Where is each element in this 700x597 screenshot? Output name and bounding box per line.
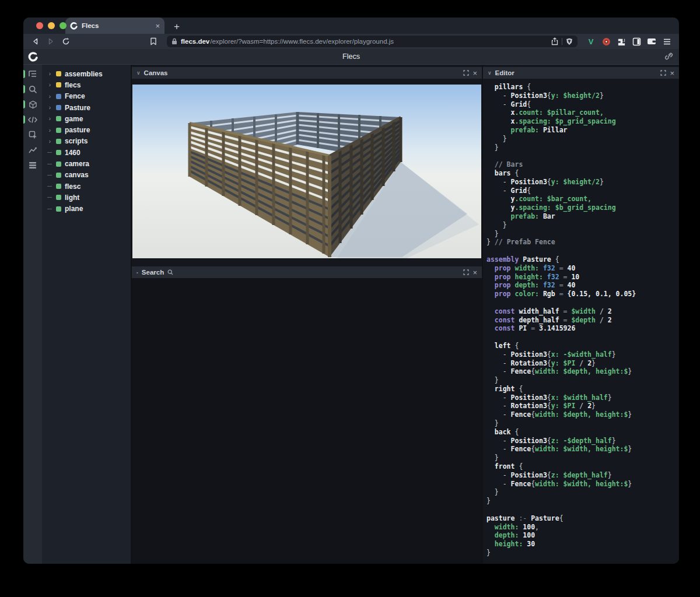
editor-panel-title: Editor: [495, 69, 514, 76]
code-line: }: [487, 454, 679, 462]
entity-label: Pasture: [65, 104, 90, 112]
tree-item-plane[interactable]: plane: [42, 203, 131, 215]
entity-label: assemblies: [65, 70, 103, 78]
code-line: - Position3{y: $height/2}: [487, 178, 679, 187]
forward-button[interactable]: [44, 36, 57, 47]
tree-item-pasture[interactable]: ›pasture: [42, 124, 131, 135]
expand-chevron-icon[interactable]: ›: [47, 82, 52, 88]
tree-item-assemblies[interactable]: ›assemblies: [42, 68, 131, 79]
share-link-icon[interactable]: [664, 52, 673, 61]
entity-color-swatch: [56, 161, 61, 167]
close-panel-icon[interactable]: ×: [473, 69, 477, 77]
entity-label: light: [65, 194, 79, 202]
code-line: } // Prefab Fence: [487, 238, 679, 247]
entity-label: game: [65, 115, 83, 123]
tree-item-camera[interactable]: camera: [42, 158, 131, 169]
reload-button[interactable]: [60, 36, 72, 47]
editor-code[interactable]: pillars { - Position3{y: $height/2} - Gr…: [483, 79, 679, 564]
extension-red-icon[interactable]: [600, 36, 612, 47]
menu-icon[interactable]: [660, 36, 673, 47]
expand-chevron-icon[interactable]: ›: [47, 93, 52, 100]
search-panel-body[interactable]: [132, 278, 482, 564]
zoom-window-button[interactable]: [60, 22, 66, 29]
extensions-puzzle-icon[interactable]: [615, 36, 628, 47]
active-indicator: [23, 85, 25, 93]
new-tab-button[interactable]: +: [174, 22, 180, 31]
tree-item-game[interactable]: ›game: [42, 113, 131, 124]
entity-color-swatch: [56, 150, 61, 155]
entity-color-swatch: [56, 105, 61, 110]
sidebar-inspector-icon[interactable]: [23, 130, 42, 139]
leaf-dash-icon: [47, 152, 52, 153]
code-line: left {: [487, 342, 679, 350]
tree-item-1460[interactable]: 1460: [42, 147, 131, 158]
tree-item-canvas[interactable]: canvas: [42, 170, 131, 181]
sidebar-code-icon[interactable]: [23, 115, 42, 124]
bookmark-icon[interactable]: [147, 36, 160, 47]
browser-tab[interactable]: Flecs ×: [65, 17, 164, 34]
expand-chevron-icon[interactable]: ›: [47, 71, 52, 77]
canvas-3d-view[interactable]: [132, 79, 482, 266]
tree-item-scripts[interactable]: ›scripts: [42, 136, 131, 147]
tree-item-Pasture[interactable]: ›Pasture: [42, 102, 131, 113]
code-line: - Grid{: [487, 187, 679, 195]
code-line: prop width: f32 = 40: [487, 264, 679, 273]
entity-label: canvas: [65, 171, 89, 179]
tree-item-flesc[interactable]: flesc: [42, 181, 131, 192]
code-line: }: [487, 143, 679, 152]
leaf-dash-icon: [47, 209, 52, 209]
fullscreen-icon[interactable]: [660, 70, 666, 76]
extension-vue-icon[interactable]: V: [584, 36, 597, 47]
search-panel-header: • Search ×: [132, 266, 482, 278]
wallet-icon[interactable]: [645, 36, 658, 47]
chevron-down-icon[interactable]: ∨: [488, 70, 492, 76]
tab-title: Flecs: [82, 22, 151, 29]
entity-color-swatch: [56, 94, 61, 99]
divider: [562, 38, 562, 45]
code-line: prop color: Rgb = {0.15, 0.1, 0.05}: [487, 290, 679, 298]
bullet-icon[interactable]: •: [136, 270, 138, 275]
entity-color-swatch: [56, 71, 61, 76]
back-button[interactable]: [29, 36, 42, 47]
entity-label: 1460: [65, 149, 80, 157]
sidebar-entities-icon[interactable]: [23, 100, 42, 109]
sidebar-toggle-icon[interactable]: [630, 36, 643, 47]
leaf-dash-icon: [47, 186, 52, 187]
close-panel-icon[interactable]: ×: [670, 69, 674, 77]
url-bar[interactable]: flecs.dev /explorer/?wasm=https://www.fl…: [167, 36, 578, 47]
expand-chevron-icon[interactable]: ›: [47, 127, 52, 134]
close-window-button[interactable]: [36, 22, 43, 29]
code-line: pasture :- Pasture{: [487, 514, 679, 523]
sidebar-stats-icon[interactable]: [23, 145, 42, 154]
panel-icon-sidebar: [23, 65, 42, 564]
entity-label: flesc: [65, 182, 80, 191]
expand-chevron-icon[interactable]: ›: [47, 138, 52, 145]
tree-item-light[interactable]: light: [42, 192, 131, 203]
close-panel-icon[interactable]: ×: [473, 269, 477, 276]
chevron-down-icon[interactable]: ∨: [136, 70, 141, 76]
share-icon[interactable]: [551, 37, 558, 45]
code-line: prefab: Bar: [487, 212, 679, 221]
code-line: const depth_half = $depth / 2: [487, 316, 679, 325]
code-line: }: [487, 488, 679, 497]
code-line: x.spacing: $p_grid_spacing: [487, 117, 679, 126]
minimize-window-button[interactable]: [48, 22, 55, 29]
expand-chevron-icon[interactable]: ›: [47, 115, 52, 122]
fullscreen-icon[interactable]: [463, 269, 469, 275]
active-indicator: [23, 100, 25, 108]
brave-shield-icon[interactable]: [566, 38, 573, 45]
sidebar-rows-icon[interactable]: [23, 160, 42, 170]
code-line: }: [487, 497, 679, 505]
sidebar-search-icon[interactable]: [23, 85, 42, 94]
sidebar-outliner-icon[interactable]: [23, 69, 42, 79]
expand-chevron-icon[interactable]: ›: [47, 104, 52, 111]
tree-item-flecs[interactable]: ›flecs: [42, 79, 131, 90]
tree-item-Fence[interactable]: ›Fence: [42, 91, 131, 102]
code-line: prop depth: f32 = 40: [487, 281, 679, 290]
tab-close-icon[interactable]: ×: [155, 22, 160, 30]
code-line: bars {: [487, 169, 679, 178]
code-line: - Fence{width: $width, height:$}: [487, 445, 679, 454]
fullscreen-icon[interactable]: [463, 70, 469, 76]
code-line: prefab: Pillar: [487, 126, 679, 135]
code-line: height: 30: [487, 540, 679, 549]
